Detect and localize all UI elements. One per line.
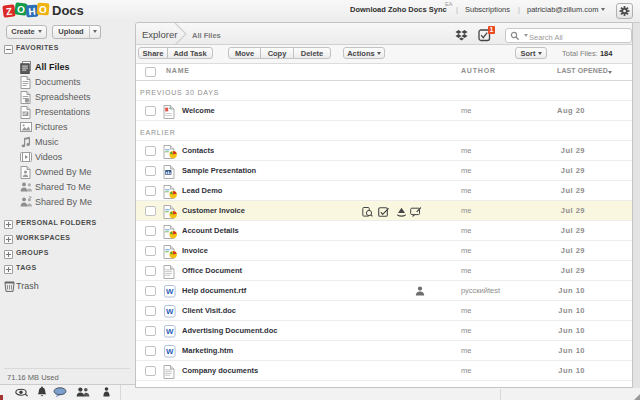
- svg-text:W: W: [166, 287, 174, 296]
- svg-text:W: W: [166, 327, 174, 336]
- svg-text:W: W: [166, 347, 174, 356]
- svg-text:W: W: [166, 307, 174, 316]
